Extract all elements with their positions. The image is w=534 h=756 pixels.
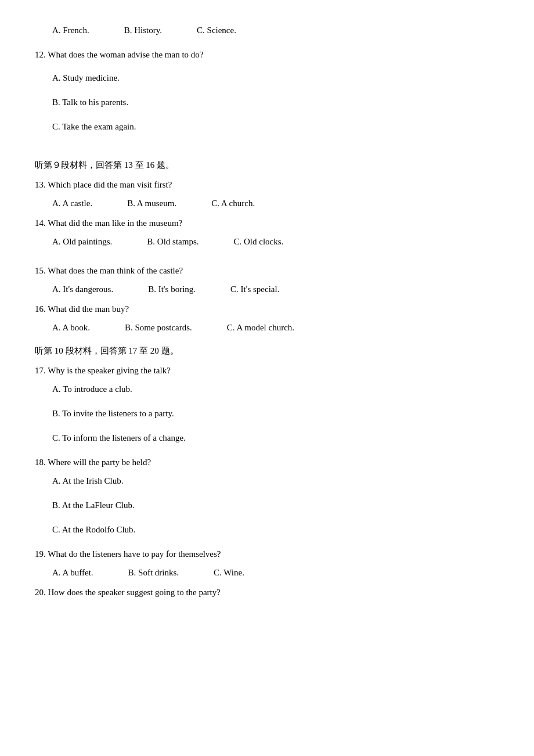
q14-options: A. Old paintings. B. Old stamps. C. Old … (52, 235, 499, 249)
q14-option-b: B. Old stamps. (147, 235, 199, 249)
section9-header: 听第９段材料，回答第 13 至 16 题。 (35, 158, 499, 172)
q16-options: A. A book. B. Some postcards. C. A model… (52, 321, 499, 334)
q13-option-c: C. A church. (211, 196, 255, 210)
q15-stem: 15. What does the man think of the castl… (35, 264, 499, 278)
q11-option-a: A. French. (52, 23, 89, 37)
q17-option-a: A. To introduce a club. (52, 382, 499, 396)
q12-option-c: C. Take the exam again. (52, 120, 499, 134)
q12-stem: 12. What does the woman advise the man t… (35, 48, 499, 62)
q19-options: A. A buffet. B. Soft drinks. C. Wine. (52, 566, 499, 579)
q13-option-a: A. A castle. (52, 196, 92, 210)
q18-option-a: A. At the Irish Club. (52, 474, 499, 488)
q18-stem: 18. Where will the party be held? (35, 455, 499, 469)
q13-options: A. A castle. B. A museum. C. A church. (52, 196, 499, 210)
q13-stem: 13. Which place did the man visit first? (35, 178, 499, 192)
q16-stem: 16. What did the man buy? (35, 302, 499, 316)
q19-stem: 19. What do the listeners have to pay fo… (35, 547, 499, 561)
q15-option-c: C. It's special. (230, 282, 279, 296)
q11-option-c: C. Science. (197, 23, 236, 37)
q11-option-b: B. History. (124, 23, 162, 37)
q18-option-b: B. At the LaFleur Club. (52, 498, 499, 512)
q13-option-b: B. A museum. (127, 196, 176, 210)
q18-option-c: C. At the Rodolfo Club. (52, 523, 499, 537)
q12-option-a: A. Study medicine. (52, 71, 499, 85)
q19-option-c: C. Wine. (214, 566, 244, 579)
q14-stem: 14. What did the man like in the museum? (35, 216, 499, 230)
q14-option-a: A. Old paintings. (52, 235, 112, 249)
section10-header: 听第 10 段材料，回答第 17 至 20 题。 (35, 344, 499, 358)
q17-stem: 17. Why is the speaker giving the talk? (35, 363, 499, 377)
q17-option-b: B. To invite the listeners to a party. (52, 406, 499, 420)
q20-stem: 20. How does the speaker suggest going t… (35, 585, 499, 599)
q15-option-a: A. It's dangerous. (52, 282, 113, 296)
q16-option-b: B. Some postcards. (125, 321, 192, 334)
q12-option-b: B. Talk to his parents. (52, 95, 499, 109)
q19-option-b: B. Soft drinks. (128, 566, 179, 579)
q16-option-a: A. A book. (52, 321, 90, 334)
q16-option-c: C. A model church. (227, 321, 294, 334)
q19-option-a: A. A buffet. (52, 566, 93, 579)
q11-options: A. French. B. History. C. Science. (52, 23, 499, 37)
q14-option-c: C. Old clocks. (234, 235, 284, 249)
q17-option-c: C. To inform the listeners of a change. (52, 431, 499, 445)
q15-options: A. It's dangerous. B. It's boring. C. It… (52, 282, 499, 296)
q15-option-b: B. It's boring. (148, 282, 196, 296)
